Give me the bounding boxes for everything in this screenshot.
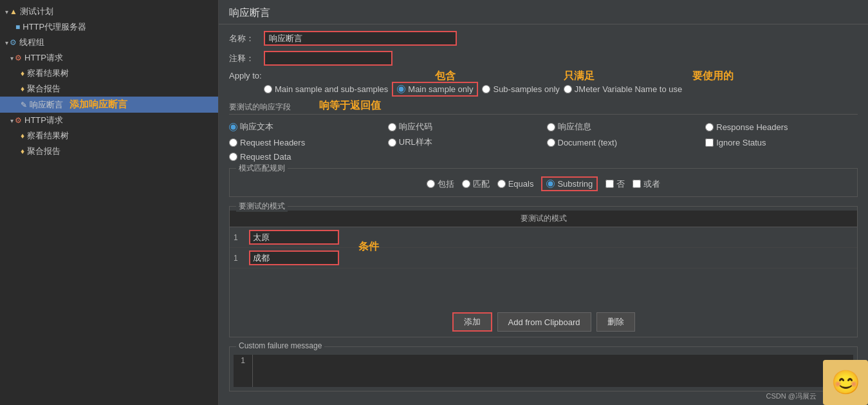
patterns-section: 要测试的模式 要测试的模式 1 1 条件 添加 Add from Clipboa — [229, 206, 858, 337]
comment-row: 注释： — [229, 51, 858, 66]
pattern-or[interactable]: 或者 — [633, 178, 660, 190]
panel-title: 响应断言 — [219, 0, 868, 24]
sidebar-label: 聚合报告 — [27, 83, 60, 95]
custom-failure-title: Custom failure message — [236, 341, 324, 350]
pattern-equals-label: Equals — [508, 179, 534, 189]
pattern-match-section: 模式匹配规则 包括 匹配 Equals Substring — [229, 168, 858, 197]
radio-equals[interactable] — [497, 180, 506, 188]
sidebar-label: 聚合报告 — [27, 146, 60, 157]
field-ignore-status-label: Ignore Status — [716, 138, 766, 147]
radio-response-text[interactable] — [229, 123, 237, 131]
radio-document[interactable] — [547, 138, 555, 147]
field-ignore-status[interactable]: Ignore Status — [705, 137, 858, 148]
result-icon: ♦ — [21, 69, 24, 78]
field-response-text[interactable]: 响应文本 — [229, 121, 382, 133]
delete-button[interactable]: 删除 — [596, 312, 635, 332]
radio-response-code[interactable] — [388, 123, 396, 131]
pattern-input-2[interactable] — [249, 250, 339, 265]
sidebar-item-view-results-2[interactable]: ♦ 察看结果树 — [0, 128, 218, 144]
sidebar-label: 察看结果树 — [27, 130, 69, 142]
sidebar-item-assertion[interactable]: ✎ 响应断言 添加响应断言 — [0, 97, 218, 113]
radio-sub-only[interactable] — [482, 85, 490, 93]
arrow-icon: ▾ — [10, 117, 14, 124]
avatar: 😊 — [823, 360, 868, 405]
checkbox-ignore-status[interactable] — [705, 138, 714, 147]
patterns-buttons: 添加 Add from Clipboard 删除 — [230, 307, 857, 337]
apply-main-sub[interactable]: Main sample and sub-samples — [264, 84, 388, 94]
pattern-contains[interactable]: 包括 — [427, 178, 454, 190]
radio-jmeter-var[interactable] — [564, 85, 572, 93]
sidebar-item-http-proxy[interactable]: ■ HTTP代理服务器 — [0, 19, 218, 35]
apply-to-group: Main sample and sub-samples Main sample … — [264, 82, 682, 97]
http-icon: ⚙ — [15, 53, 22, 62]
pattern-matches-label: 匹配 — [473, 178, 490, 190]
comment-input[interactable] — [264, 51, 392, 66]
radio-contains[interactable] — [427, 180, 435, 188]
form-area: 名称： 注释： Apply to: 包含 只满足 要使用的 Main sampl… — [219, 24, 868, 405]
radio-main-sub[interactable] — [264, 85, 272, 93]
custom-failure-textarea[interactable] — [253, 355, 853, 387]
radio-response-headers[interactable] — [705, 123, 714, 131]
arrow-icon: ▾ — [5, 39, 8, 46]
apply-main-only[interactable]: Main sample only — [392, 82, 478, 97]
thread-icon: ⚙ — [10, 38, 17, 47]
sidebar-item-http-request-2[interactable]: ▾ ⚙ HTTP请求 — [0, 113, 218, 128]
annot-test-field: 响等于返回值 — [319, 99, 381, 113]
sidebar-item-aggregate-1[interactable]: ♦ 聚合报告 — [0, 81, 218, 97]
annot-zhimanzhu: 只满足 — [564, 70, 595, 83]
test-field-grid: 响应文本 响应代码 响应信息 Response Headers Request … — [229, 121, 858, 162]
field-url[interactable]: URL样本 — [388, 137, 540, 148]
checkbox-negate[interactable] — [605, 180, 614, 188]
sidebar-label: HTTP请求 — [24, 52, 63, 64]
pattern-negate[interactable]: 否 — [605, 178, 625, 190]
sidebar-item-aggregate-2[interactable]: ♦ 聚合报告 — [0, 144, 218, 159]
checkbox-or[interactable] — [633, 180, 641, 188]
radio-main-only[interactable] — [397, 85, 405, 93]
field-request-headers[interactable]: Request Headers — [229, 137, 382, 148]
http2-icon: ⚙ — [15, 116, 22, 125]
apply-jmeter-var[interactable]: JMeter Variable Name to use — [564, 84, 682, 94]
radio-response-message[interactable] — [547, 123, 555, 131]
field-request-data[interactable]: Request Data — [229, 152, 382, 162]
pattern-equals[interactable]: Equals — [497, 179, 534, 189]
add-button[interactable]: 添加 — [452, 312, 492, 332]
apply-main-sub-label: Main sample and sub-samples — [275, 84, 388, 94]
apply-annotations-row: Apply to: 包含 只满足 要使用的 — [229, 71, 858, 80]
sidebar-label: 线程组 — [19, 37, 44, 48]
pattern-matches[interactable]: 匹配 — [462, 178, 490, 190]
apply-sub-only[interactable]: Sub-samples only — [482, 84, 559, 94]
sidebar-item-thread-group[interactable]: ▾ ⚙ 线程组 — [0, 35, 218, 50]
report-icon: ♦ — [21, 84, 24, 93]
add-clipboard-button[interactable]: Add from Clipboard — [497, 312, 591, 332]
radio-substring[interactable] — [546, 180, 555, 188]
field-response-headers[interactable]: Response Headers — [705, 121, 858, 133]
field-document[interactable]: Document (text) — [547, 137, 699, 148]
pattern-or-label: 或者 — [643, 178, 660, 190]
pattern-substring[interactable]: Substring — [541, 176, 598, 191]
sidebar-label: HTTP请求 — [24, 115, 63, 126]
sidebar-item-test-plan[interactable]: ▾ ▲ 测试计划 — [0, 4, 218, 19]
field-response-message[interactable]: 响应信息 — [547, 121, 699, 133]
radio-matches[interactable] — [462, 180, 470, 188]
pattern-options-group: 包括 匹配 Equals Substring 否 — [235, 174, 852, 191]
pattern-input-1[interactable] — [249, 230, 339, 245]
apply-to-row: Main sample and sub-samples Main sample … — [229, 82, 858, 97]
name-input[interactable] — [264, 31, 457, 46]
radio-request-data[interactable] — [229, 153, 237, 161]
test-field-title-row: 要测试的响应字段 响等于返回值 — [229, 102, 858, 118]
patterns-table-header: 要测试的模式 — [230, 211, 857, 227]
radio-request-headers[interactable] — [229, 138, 237, 147]
field-response-headers-label: Response Headers — [716, 122, 788, 132]
sidebar-label: 测试计划 — [20, 6, 53, 17]
field-response-code-label: 响应代码 — [399, 121, 432, 133]
field-response-message-label: 响应信息 — [558, 121, 591, 133]
sidebar-label: 察看结果树 — [27, 68, 69, 79]
arrow-icon: ▾ — [5, 8, 8, 15]
apply-to-label: Apply to: — [229, 71, 262, 80]
field-request-headers-label: Request Headers — [240, 138, 305, 147]
radio-url[interactable] — [388, 138, 396, 147]
main-panel: 响应断言 名称： 注释： Apply to: 包含 只满足 要使用的 Main … — [219, 0, 868, 405]
field-response-code[interactable]: 响应代码 — [388, 121, 540, 133]
sidebar-item-http-request-1[interactable]: ▾ ⚙ HTTP请求 — [0, 50, 218, 66]
sidebar-item-view-results-1[interactable]: ♦ 察看结果树 — [0, 66, 218, 81]
